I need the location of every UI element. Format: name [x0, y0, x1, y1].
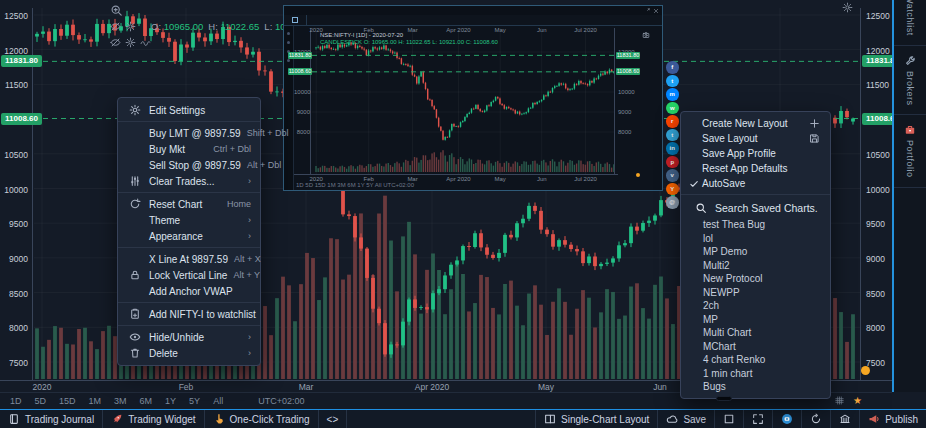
- saved-chart-lol[interactable]: lol: [681, 232, 830, 246]
- volume-settings-icon[interactable]: [125, 37, 136, 48]
- menu-item-theme[interactable]: Theme›: [118, 212, 260, 228]
- timeframe-5d[interactable]: 5D: [35, 396, 47, 406]
- share-whatsapp-button[interactable]: w: [666, 102, 679, 115]
- mini-month-label: Apr 2020: [446, 176, 470, 182]
- menu-item-x-line-at-9897-59[interactable]: X Line At 9897.59Alt + X: [118, 251, 260, 267]
- share-vk-button[interactable]: v: [666, 169, 679, 182]
- sync-button[interactable]: [801, 410, 830, 428]
- chart-settings-icon[interactable]: [842, 2, 853, 13]
- menu-item-clear-trades[interactable]: Clear Trades...›: [118, 173, 260, 189]
- zoom-in-icon[interactable]: [110, 4, 123, 17]
- month-label: Mar: [299, 382, 314, 392]
- menu-item-save-layout[interactable]: Save Layout: [681, 131, 830, 146]
- share-facebook-button[interactable]: f: [666, 61, 679, 74]
- single-chart-layout-button[interactable]: Single-Chart Layout: [535, 410, 657, 428]
- saved-chart-mp[interactable]: MP: [681, 313, 830, 327]
- hide-volume-icon[interactable]: [110, 37, 121, 48]
- sidebar-tab-portfolio[interactable]: Portfolio: [894, 115, 926, 188]
- timeframe-all[interactable]: All: [213, 396, 223, 406]
- toolbar-button[interactable]: <>: [319, 410, 348, 428]
- menu-item-add-nifty-i-to-watchlist[interactable]: Add NIFTY-I to watchlist: [118, 306, 260, 322]
- chart-snapshot-preview: NSE:NIFTY-I [1D] - 2020-07-20 CANDLESTIC…: [283, 5, 663, 191]
- menu-item-lock-vertical-line[interactable]: Lock Vertical LineAlt + Y: [118, 267, 260, 283]
- menu-item-edit-settings[interactable]: Edit Settings: [118, 102, 260, 118]
- timeframe-1m[interactable]: 1M: [89, 396, 102, 406]
- saved-chart-2ch[interactable]: 2ch: [681, 299, 830, 313]
- menu-item-label: Buy Mkt: [149, 144, 185, 155]
- save-button[interactable]: Save: [657, 410, 714, 428]
- sidebar-tab-brokers[interactable]: Brokers: [894, 46, 926, 116]
- share-hacker-news-button[interactable]: Y: [666, 183, 679, 196]
- share-messenger-button[interactable]: m: [666, 88, 679, 101]
- timeframe-1d[interactable]: 1D: [10, 396, 22, 406]
- timeframe-15d[interactable]: 15D: [59, 396, 76, 406]
- price-tick: 7500: [866, 358, 892, 368]
- trading-app: 1250012000115001050010000950090008500800…: [0, 0, 926, 428]
- timeframe-6m[interactable]: 6M: [140, 396, 153, 406]
- square-icon: [723, 413, 735, 425]
- menu-item-autosave[interactable]: AutoSave: [681, 176, 830, 191]
- timezone-label[interactable]: UTC+02:00: [258, 396, 304, 406]
- saved-chart-mp-demo[interactable]: MP Demo: [681, 245, 830, 259]
- share-twitter-button[interactable]: t: [666, 75, 679, 88]
- menu-item-buy-mkt[interactable]: Buy MktCtrl + Dbl: [118, 141, 260, 157]
- maximize-icon[interactable]: [644, 8, 650, 14]
- saved-chart-new-protocol[interactable]: New Protocol: [681, 272, 830, 286]
- share-linkedin-button[interactable]: in: [666, 142, 679, 155]
- expand-button[interactable]: [743, 410, 772, 428]
- publish-button[interactable]: Publish: [859, 410, 926, 428]
- menu-item-create-new-layout[interactable]: Create New Layout: [681, 116, 830, 131]
- price-tick: 12000: [0, 46, 28, 56]
- menu-item-sell-stop-9897-59[interactable]: Sell Stop @ 9897.59Alt + Dbl: [118, 157, 260, 173]
- timeframe-3m[interactable]: 3M: [114, 396, 127, 406]
- timeframe-1y[interactable]: 1Y: [165, 396, 176, 406]
- saved-chart-mchart[interactable]: MChart: [681, 340, 830, 354]
- share-email-button[interactable]: @: [666, 196, 679, 209]
- menu-item-buy-lmt-9897-59[interactable]: Buy LMT @ 9897.59Shift + Dbl: [118, 125, 260, 141]
- ohlc-key: O:: [151, 21, 161, 32]
- gear-icon: [127, 104, 142, 116]
- camera-icon[interactable]: [642, 31, 650, 39]
- saved-chart-bugs[interactable]: Bugs: [681, 380, 830, 394]
- menu-item-label: X Line At 9897.59: [149, 254, 228, 265]
- mini-ohlc: CANDLESTICK O: 10965.00 H: 11022.65 L: 1…: [320, 39, 498, 45]
- series-settings-icon[interactable]: [125, 21, 136, 32]
- share-pinterest-button[interactable]: p: [666, 156, 679, 169]
- mini-price-badge: 11008.60: [288, 68, 312, 75]
- saved-chart-newpp[interactable]: NEWPP: [681, 286, 830, 300]
- hide-series-icon[interactable]: [110, 21, 121, 32]
- menu-item-hide-unhide[interactable]: Hide/Unhide›: [118, 329, 260, 345]
- mini-month-label: Mar: [407, 27, 417, 33]
- trading-widget-button[interactable]: Trading Widget: [103, 410, 204, 428]
- cameracircle-button[interactable]: [772, 410, 801, 428]
- menu-item-reset-app-defaults[interactable]: Reset App Defaults: [681, 161, 830, 176]
- menu-item-reset-chart[interactable]: Reset ChartHome: [118, 196, 260, 212]
- search-saved-charts[interactable]: Search Saved Charts.: [681, 198, 830, 218]
- menu-item-appearance[interactable]: Appearance›: [118, 228, 260, 244]
- menu-item-delete[interactable]: Delete›: [118, 345, 260, 361]
- share-telegram-button[interactable]: t: [666, 129, 679, 142]
- close-icon[interactable]: [653, 8, 659, 14]
- share-reddit-button[interactable]: r: [666, 115, 679, 128]
- tab-share-chart[interactable]: [287, 15, 307, 25]
- menu-item-save-app-profile[interactable]: Save App Profile: [681, 146, 830, 161]
- bank-button[interactable]: [830, 410, 859, 428]
- saved-chart-4-chart-renko[interactable]: 4 chart Renko: [681, 353, 830, 367]
- square-button[interactable]: [714, 410, 743, 428]
- menu-shortcut: Shift + Dbl: [241, 128, 289, 138]
- bank-icon: [839, 413, 851, 425]
- timeframe-5y[interactable]: 5Y: [189, 396, 200, 406]
- saved-chart-test-thea-bug[interactable]: test Thea Bug: [681, 218, 830, 232]
- saved-chart-1-min-chart[interactable]: 1 min chart: [681, 367, 830, 381]
- saved-chart-multi-chart[interactable]: Multi Chart: [681, 326, 830, 340]
- search-label: Search Saved Charts.: [715, 202, 818, 214]
- star-icon[interactable]: ★: [853, 396, 862, 406]
- grid-icon[interactable]: [834, 395, 845, 406]
- saved-chart-multi2[interactable]: Multi2: [681, 259, 830, 273]
- one-click-trading-button[interactable]: One-Click Trading: [205, 410, 319, 428]
- trading-journal-button[interactable]: Trading Journal: [0, 410, 103, 428]
- sliders-icon: [127, 175, 142, 187]
- clipboard-icon: [127, 308, 142, 320]
- sidebar-tab-watchlist[interactable]: Watchlist: [894, 0, 926, 46]
- menu-item-add-anchor-vwap[interactable]: Add Anchor VWAP: [118, 283, 260, 299]
